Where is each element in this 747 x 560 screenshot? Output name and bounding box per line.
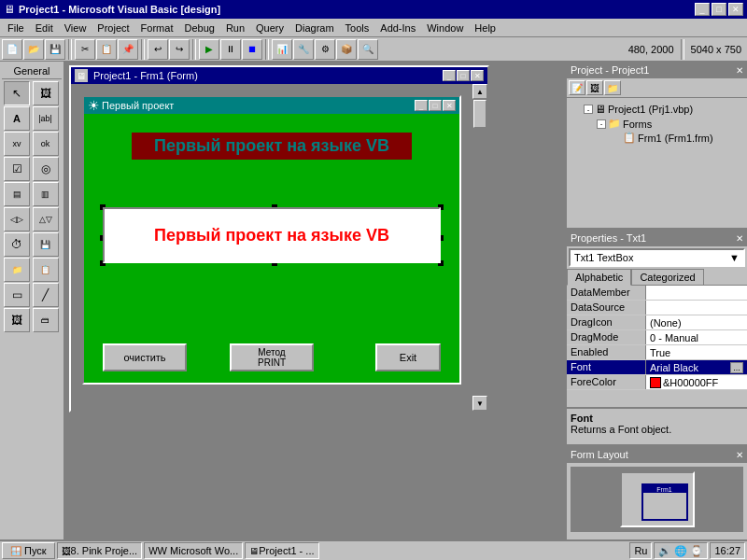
prop-row-datamember[interactable]: DataMember bbox=[567, 286, 747, 301]
tree-root[interactable]: - 🖥 Project1 (Prj1.vbp) bbox=[571, 102, 743, 117]
menu-run[interactable]: Run bbox=[220, 21, 250, 35]
scroll-down-button[interactable]: ▼ bbox=[472, 396, 487, 411]
prop-row-forecolor[interactable]: ForeColor &H00000FF bbox=[567, 375, 747, 390]
prop-row-dragmode[interactable]: DragMode 0 - Manual bbox=[567, 330, 747, 345]
menu-tools[interactable]: Tools bbox=[340, 21, 375, 35]
inner-form-body[interactable]: Первый проект на языке VB bbox=[84, 114, 459, 383]
tool-frame[interactable]: xv bbox=[4, 132, 30, 156]
tool-checkbox[interactable]: ☑ bbox=[4, 157, 30, 181]
tool-textbox[interactable]: |ab| bbox=[33, 106, 59, 131]
menu-edit[interactable]: Edit bbox=[30, 21, 59, 35]
properties-panel-close[interactable]: ✕ bbox=[736, 233, 743, 244]
tool-pointer[interactable]: ↖ bbox=[4, 81, 30, 105]
tree-frm1[interactable]: 📋 Frm1 (Frm1.frm) bbox=[571, 131, 743, 145]
project-view-code[interactable]: 📝 bbox=[569, 80, 585, 95]
vb-textbox[interactable]: Первый проект на языке VB bbox=[103, 207, 441, 263]
toolbar-save[interactable]: 💾 bbox=[45, 39, 65, 60]
inner-min-button[interactable]: _ bbox=[415, 100, 428, 111]
minimize-button[interactable]: _ bbox=[695, 3, 710, 16]
start-button[interactable]: 🪟 Пуск bbox=[2, 542, 55, 559]
tool-filelistbox[interactable]: 📋 bbox=[33, 258, 59, 282]
prop-value-dragicon[interactable]: (None) bbox=[646, 315, 747, 329]
toolbar-pause[interactable]: ⏸ bbox=[220, 39, 241, 60]
prop-value-datasource[interactable] bbox=[646, 301, 747, 315]
tool-drivelistbox[interactable]: 💾 bbox=[33, 232, 59, 257]
project-panel-close[interactable]: ✕ bbox=[736, 65, 743, 76]
toolbar-new[interactable]: 📄 bbox=[2, 39, 22, 60]
vb-button-clear[interactable]: очистить bbox=[103, 343, 187, 371]
project-toggle-folders[interactable]: 📁 bbox=[604, 80, 621, 95]
tool-line[interactable]: ╱ bbox=[33, 283, 59, 307]
toolbar-menu5[interactable]: 🔍 bbox=[358, 39, 378, 60]
layout-panel-close[interactable]: ✕ bbox=[736, 450, 743, 460]
tab-alphabetic[interactable]: Alphabetic bbox=[567, 269, 631, 286]
menu-project[interactable]: Project bbox=[92, 21, 134, 35]
scroll-track[interactable] bbox=[472, 99, 487, 396]
prop-row-enabled[interactable]: Enabled True bbox=[567, 345, 747, 360]
menu-format[interactable]: Format bbox=[135, 21, 179, 35]
menu-view[interactable]: View bbox=[59, 21, 92, 35]
toolbar-cut[interactable]: ✂ bbox=[75, 39, 95, 60]
tool-hscroll[interactable]: ◁▷ bbox=[4, 207, 30, 231]
tree-forms-folder[interactable]: - 📁 Forms bbox=[571, 117, 743, 131]
taskbar-item-3[interactable]: 🖥 Project1 - ... bbox=[245, 542, 318, 559]
prop-row-font[interactable]: Font Arial Black ... bbox=[567, 360, 747, 375]
close-button[interactable]: ✕ bbox=[728, 3, 743, 16]
maximize-button[interactable]: □ bbox=[712, 3, 726, 16]
vb-form-area[interactable]: ☀ Первый проект _ □ ✕ bbox=[71, 84, 472, 411]
prop-row-dragicon[interactable]: DragIcon (None) bbox=[567, 315, 747, 330]
tool-listbox[interactable]: ▥ bbox=[33, 182, 59, 206]
toolbar-redo[interactable]: ↪ bbox=[169, 39, 190, 60]
menu-debug[interactable]: Debug bbox=[178, 21, 219, 35]
tool-optionbutton[interactable]: ◎ bbox=[33, 157, 59, 181]
font-dialog-button[interactable]: ... bbox=[730, 362, 743, 373]
inner-form[interactable]: ☀ Первый проект _ □ ✕ bbox=[82, 95, 461, 385]
toolbar-run[interactable]: ▶ bbox=[199, 39, 219, 60]
inner-close-button[interactable]: ✕ bbox=[443, 100, 456, 111]
project-view-form[interactable]: 🖼 bbox=[586, 80, 603, 95]
tab-categorized[interactable]: Categorized bbox=[631, 269, 703, 285]
layout-form-mini[interactable]: Frm1 bbox=[641, 483, 688, 521]
tree-expand-root[interactable]: - bbox=[584, 105, 593, 114]
menu-file[interactable]: File bbox=[2, 21, 30, 35]
tool-shape[interactable]: ▭ bbox=[4, 283, 30, 307]
taskbar-item-1[interactable]: 🖼 8. Pink Proje... bbox=[57, 542, 143, 559]
menu-query[interactable]: Query bbox=[250, 21, 289, 35]
toolbar-menu2[interactable]: 🔧 bbox=[293, 39, 314, 60]
scroll-up-button[interactable]: ▲ bbox=[472, 84, 487, 99]
prop-value-dragmode[interactable]: 0 - Manual bbox=[646, 330, 747, 344]
vb-maximize-button[interactable]: □ bbox=[457, 70, 470, 81]
toolbar-stop[interactable]: ⏹ bbox=[242, 39, 262, 60]
menu-help[interactable]: Help bbox=[469, 21, 501, 35]
toolbar-menu3[interactable]: ⚙ bbox=[315, 39, 335, 60]
vb-button-print[interactable]: МетодPRINT bbox=[230, 343, 314, 371]
toolbar-open[interactable]: 📂 bbox=[23, 39, 44, 60]
properties-dropdown[interactable]: Txt1 TextBox ▼ bbox=[569, 248, 745, 267]
tool-cmdbutton[interactable]: ok bbox=[33, 132, 59, 156]
taskbar-item-2[interactable]: W W Microsoft Wo... bbox=[144, 542, 243, 559]
toolbar-menu1[interactable]: 📊 bbox=[272, 39, 292, 60]
tool-vscroll[interactable]: △▽ bbox=[33, 207, 59, 231]
prop-value-datamember[interactable] bbox=[646, 286, 747, 300]
menu-diagram[interactable]: Diagram bbox=[289, 21, 340, 35]
menu-window[interactable]: Window bbox=[421, 21, 469, 35]
tool-timer[interactable]: ⏱ bbox=[4, 232, 30, 257]
toolbar-copy[interactable]: 📋 bbox=[96, 39, 117, 60]
vb-scrollbar-v[interactable]: ▲ ▼ bbox=[472, 84, 487, 411]
vb-close-button[interactable]: ✕ bbox=[471, 70, 484, 81]
tool-data[interactable]: 🗃 bbox=[33, 308, 59, 332]
toolbar-undo[interactable]: ↩ bbox=[148, 39, 168, 60]
tree-expand-forms[interactable]: - bbox=[597, 119, 606, 129]
prop-value-enabled[interactable]: True bbox=[646, 345, 747, 359]
prop-value-font[interactable]: Arial Black ... bbox=[646, 360, 747, 374]
tool-dirlistbox[interactable]: 📁 bbox=[4, 258, 30, 282]
prop-value-forecolor[interactable]: &H00000FF bbox=[646, 375, 747, 389]
toolbar-paste[interactable]: 📌 bbox=[118, 39, 138, 60]
tool-label[interactable]: A bbox=[4, 106, 30, 131]
scroll-thumb[interactable] bbox=[473, 100, 486, 128]
vb-minimize-button[interactable]: _ bbox=[443, 70, 456, 81]
menu-addins[interactable]: Add-Ins bbox=[374, 21, 421, 35]
vb-button-exit[interactable]: Exit bbox=[375, 343, 441, 371]
inner-max-button[interactable]: □ bbox=[429, 100, 442, 111]
tool-image[interactable]: 🖼 bbox=[4, 308, 30, 332]
